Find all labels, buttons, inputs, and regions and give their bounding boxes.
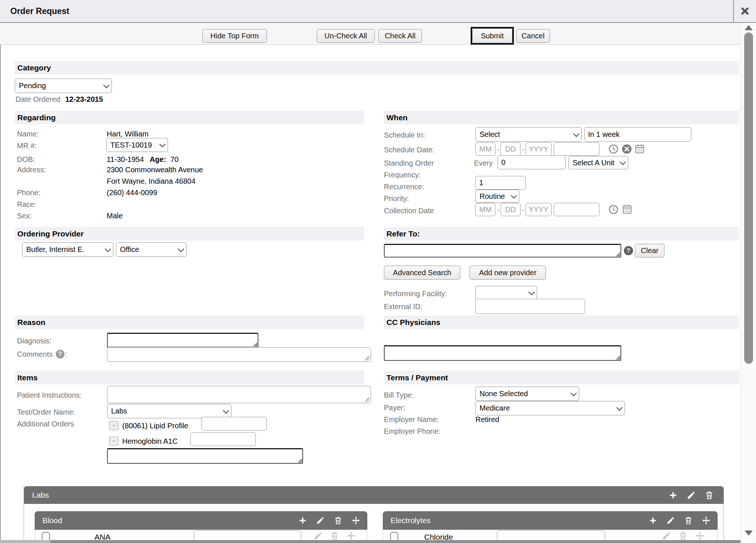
- refer-to-help-icon[interactable]: ?: [624, 246, 633, 255]
- collection-date-yyyy-input[interactable]: YYYY: [526, 203, 551, 216]
- collection-date-mm-input[interactable]: MM: [475, 203, 495, 216]
- when-section-header: When: [384, 111, 739, 124]
- frequency-label: Frequency:: [384, 171, 421, 179]
- standing-order-label: Standing Order: [384, 159, 434, 167]
- collection-date-dd-input[interactable]: DD: [501, 203, 520, 216]
- schedule-time-clock-icon[interactable]: [608, 144, 619, 154]
- move-icon[interactable]: [351, 516, 360, 525]
- dob-label: DOB:: [17, 155, 35, 164]
- external-id-input[interactable]: [475, 299, 585, 314]
- scrollbar-thumb[interactable]: [744, 32, 753, 364]
- cc-physicians-section-header: CC Physicians: [384, 315, 739, 329]
- address-line1: 2300 Commonwealth Avenue: [107, 166, 203, 174]
- check-all-button[interactable]: Check All: [378, 29, 422, 43]
- schedule-date-calendar-icon[interactable]: [634, 143, 645, 154]
- edit-icon[interactable]: [313, 531, 323, 540]
- schedule-in-value: Select: [480, 130, 500, 139]
- race-label: Race:: [17, 200, 36, 209]
- comments-help-icon[interactable]: ?: [56, 350, 65, 359]
- performing-facility-select[interactable]: [475, 286, 537, 300]
- schedule-date-yyyy-input[interactable]: YYYY: [526, 142, 551, 156]
- schedule-date-mm-input[interactable]: MM: [475, 142, 495, 156]
- close-button[interactable]: [733, 0, 756, 22]
- address-label: Address:: [17, 166, 46, 174]
- collection-date-calendar-icon[interactable]: [622, 204, 633, 215]
- order-item-input[interactable]: [202, 417, 267, 430]
- standing-order-unit-select[interactable]: Select A Unit: [568, 156, 628, 169]
- additional-orders-textarea[interactable]: [107, 448, 303, 464]
- order-item-label: (80061) Lipid Profile: [122, 422, 188, 430]
- cancel-button[interactable]: Cancel: [516, 29, 550, 43]
- edit-icon[interactable]: [316, 516, 325, 525]
- submit-button[interactable]: Submit: [472, 28, 512, 43]
- mr-label: MR #:: [17, 142, 37, 150]
- payer-select[interactable]: Medicare: [475, 401, 625, 415]
- add-icon[interactable]: [669, 491, 678, 500]
- date-dash: -: [522, 206, 525, 214]
- employer-name-label: Employer Name:: [384, 415, 439, 424]
- address-line2: Fort Wayne, Indiana 46804: [107, 177, 196, 186]
- uncheck-all-button[interactable]: Un-Check All: [317, 29, 375, 43]
- schedule-in-text-input[interactable]: In 1 week: [584, 127, 691, 142]
- edit-icon[interactable]: [687, 491, 696, 500]
- reason-section-header: Reason: [15, 315, 364, 329]
- blood-group-body: ANA: [35, 530, 367, 541]
- schedule-in-select[interactable]: Select: [475, 127, 582, 142]
- collection-time-clock-icon[interactable]: [608, 204, 619, 215]
- schedule-date-clear-icon[interactable]: [622, 144, 632, 154]
- delete-icon[interactable]: [684, 516, 693, 525]
- order-item-label: Hemoglobin A1C: [122, 437, 178, 446]
- diagnosis-input[interactable]: [107, 333, 258, 347]
- add-new-provider-button[interactable]: Add new provider: [470, 266, 546, 280]
- scroll-up-arrow[interactable]: [745, 25, 753, 30]
- remove-order-button[interactable]: -: [109, 436, 118, 446]
- move-icon[interactable]: [702, 516, 711, 525]
- provider-location-select[interactable]: Office: [116, 242, 186, 257]
- labs-panel-title: Labs: [32, 491, 49, 499]
- chevron-down-icon: [620, 159, 626, 165]
- sex-label: Sex:: [17, 212, 32, 220]
- scroll-down-arrow[interactable]: [745, 530, 753, 536]
- sex-value: Male: [107, 212, 123, 220]
- chevron-down-icon: [529, 289, 535, 295]
- remove-order-button[interactable]: -: [109, 421, 118, 430]
- add-icon[interactable]: [298, 516, 307, 525]
- priority-selected-value: Routine: [480, 192, 505, 201]
- comments-textarea[interactable]: [107, 347, 371, 362]
- provider-selected-value: Butler, Internist E.: [26, 245, 85, 254]
- patient-instructions-textarea[interactable]: [107, 386, 371, 403]
- test-order-name-select[interactable]: Labs: [107, 404, 231, 418]
- test-order-name-label: Test/Order Name:: [17, 408, 75, 416]
- move-icon[interactable]: [347, 531, 356, 540]
- bill-type-select[interactable]: None Selected: [475, 387, 579, 401]
- edit-icon[interactable]: [662, 531, 671, 540]
- delete-icon[interactable]: [334, 516, 343, 525]
- delete-icon[interactable]: [678, 531, 688, 540]
- order-item-input[interactable]: [190, 432, 256, 446]
- ordering-provider-select[interactable]: Butler, Internist E.: [22, 242, 113, 257]
- mr-number-value: TEST-10019: [110, 141, 152, 149]
- schedule-time-input[interactable]: [554, 142, 599, 156]
- delete-icon[interactable]: [705, 491, 714, 500]
- refer-to-search-input[interactable]: [384, 244, 621, 257]
- advanced-search-button[interactable]: Advanced Search: [384, 266, 460, 280]
- mr-number-select[interactable]: TEST-10019: [106, 138, 168, 152]
- refer-to-clear-button[interactable]: Clear: [635, 244, 664, 257]
- move-icon[interactable]: [695, 531, 704, 540]
- hide-top-form-button[interactable]: Hide Top Form: [202, 29, 267, 43]
- priority-select[interactable]: Routine: [475, 190, 519, 203]
- edit-icon[interactable]: [666, 516, 675, 525]
- add-icon[interactable]: [649, 516, 657, 525]
- delete-icon[interactable]: [330, 531, 339, 540]
- recurrence-input[interactable]: 1: [475, 176, 526, 190]
- category-select[interactable]: Pending: [15, 79, 112, 93]
- comments-label: Comments ? :: [17, 350, 67, 359]
- date-dash: -: [497, 145, 499, 154]
- terms-payment-section-header: Terms / Payment: [384, 371, 739, 384]
- employer-phone-label: Employer Phone:: [384, 427, 440, 436]
- schedule-date-dd-input[interactable]: DD: [501, 142, 520, 156]
- cc-physicians-input[interactable]: [384, 345, 621, 361]
- collection-time-input[interactable]: [554, 203, 599, 216]
- every-value-input[interactable]: 0: [498, 155, 566, 169]
- name-label: Name:: [17, 130, 39, 138]
